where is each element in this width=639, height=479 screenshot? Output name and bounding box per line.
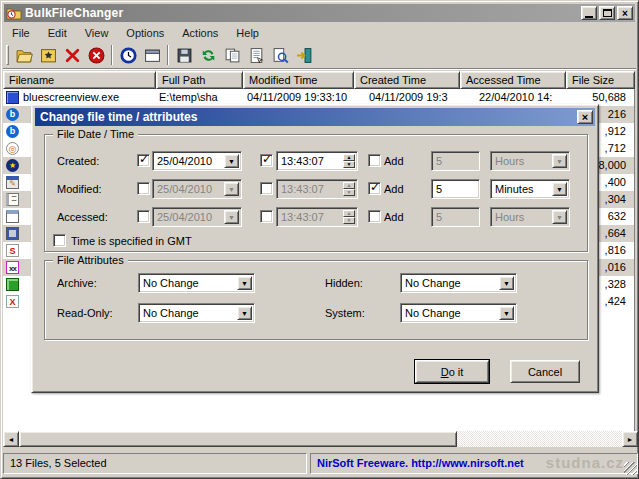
menu-options[interactable]: Options: [117, 25, 173, 41]
file-size-cell: ,016: [605, 261, 626, 273]
column-accessed-time[interactable]: Accessed Time: [460, 71, 566, 89]
created-time-checkbox[interactable]: [260, 154, 273, 167]
exit-button[interactable]: [292, 44, 316, 66]
toolbar: [3, 42, 636, 69]
refresh-button[interactable]: [196, 44, 220, 66]
copy-button[interactable]: [220, 44, 244, 66]
read-only-combo[interactable]: No Change▼: [138, 303, 255, 323]
find-icon: [272, 47, 289, 64]
spin-up-icon[interactable]: ▲: [343, 210, 355, 217]
column-full-path[interactable]: Full Path: [156, 71, 243, 89]
created-date-combo[interactable]: 25/04/2010▼: [152, 151, 242, 171]
modified-date-combo[interactable]: 25/04/2010▼: [152, 179, 242, 199]
accessed-time-cell: 22/04/2010 14:: [479, 91, 567, 103]
accessed-add-checkbox[interactable]: [368, 210, 381, 223]
window-title: BulkFileChanger: [25, 6, 123, 20]
scroll-right-arrow-icon[interactable]: ►: [622, 431, 638, 447]
created-date-checkbox[interactable]: [137, 154, 150, 167]
menu-help[interactable]: Help: [227, 25, 268, 41]
chevron-down-icon[interactable]: ▼: [499, 306, 514, 320]
modified-add-label: Add: [384, 183, 404, 195]
add-files-button[interactable]: [36, 44, 60, 66]
save-button[interactable]: [172, 44, 196, 66]
full-path-cell: E:\temp\sha: [159, 91, 241, 103]
remove-selected-button[interactable]: [60, 44, 84, 66]
column-modified-time[interactable]: Modified Time: [243, 71, 354, 89]
chevron-down-icon[interactable]: ▼: [552, 182, 567, 196]
menu-view[interactable]: View: [76, 25, 118, 41]
chevron-down-icon[interactable]: ▼: [224, 210, 239, 224]
accessed-time-spinner[interactable]: 13:43:07▲▼: [276, 207, 358, 227]
accessed-date-checkbox[interactable]: [137, 210, 150, 223]
modified-date-checkbox[interactable]: [137, 182, 150, 195]
accessed-time-checkbox[interactable]: [260, 210, 273, 223]
system-combo[interactable]: No Change▼: [400, 303, 517, 323]
close-button[interactable]: ×: [617, 6, 633, 20]
cancel-button[interactable]: Cancel: [510, 360, 580, 383]
accessed-add-value-field[interactable]: 5: [431, 207, 480, 227]
created-add-value-field[interactable]: 5: [431, 151, 480, 171]
chevron-down-icon[interactable]: ▼: [224, 154, 239, 168]
menu-edit[interactable]: Edit: [39, 25, 76, 41]
resize-grip[interactable]: [624, 462, 637, 475]
change-time-button[interactable]: [116, 44, 140, 66]
modified-time-spinner[interactable]: 13:43:07▲▼: [276, 179, 358, 199]
dialog-close-icon[interactable]: ×: [577, 110, 593, 124]
created-time-spinner[interactable]: 13:43:07▲▼: [276, 151, 358, 171]
clear-list-button[interactable]: [84, 44, 108, 66]
gmt-checkbox[interactable]: [53, 234, 66, 247]
created-add-unit-combo[interactable]: Hours▼: [490, 151, 570, 171]
menu-actions[interactable]: Actions: [173, 25, 227, 41]
column-created-time[interactable]: Created Time: [354, 71, 460, 89]
modified-add-checkbox[interactable]: [368, 182, 381, 195]
spin-down-icon[interactable]: ▼: [343, 189, 355, 196]
horizontal-scrollbar[interactable]: ◄ ►: [3, 431, 638, 447]
spin-down-icon[interactable]: ▼: [343, 217, 355, 224]
modified-add-unit-combo[interactable]: Minutes▼: [490, 179, 570, 199]
scroll-left-arrow-icon[interactable]: ◄: [3, 431, 19, 447]
hidden-combo[interactable]: No Change▼: [400, 273, 517, 293]
spin-up-icon[interactable]: ▲: [343, 182, 355, 189]
spin-down-icon[interactable]: ▼: [343, 161, 355, 168]
read-only-label: Read-Only:: [57, 307, 113, 319]
modified-add-value-field[interactable]: 5: [431, 179, 480, 199]
chevron-down-icon[interactable]: ▼: [237, 276, 252, 290]
nirsoft-freeware-link[interactable]: NirSoft Freeware. http://www.nirsoft.net: [317, 457, 524, 469]
modified-label: Modified:: [57, 183, 102, 195]
dialog-title-bar: Change file time / attributes: [35, 108, 595, 126]
archive-combo[interactable]: No Change▼: [138, 273, 255, 293]
menu-file[interactable]: File: [3, 25, 39, 41]
item-properties-button[interactable]: [244, 44, 268, 66]
column-filename[interactable]: Filename: [3, 71, 156, 89]
open-folder-button[interactable]: [12, 44, 36, 66]
find-button[interactable]: [268, 44, 292, 66]
modified-time-checkbox[interactable]: [260, 182, 273, 195]
properties-window-button[interactable]: [140, 44, 164, 66]
archive-label: Archive:: [57, 277, 97, 289]
accessed-date-combo[interactable]: 25/04/2010▼: [152, 207, 242, 227]
spin-up-icon[interactable]: ▲: [343, 154, 355, 161]
accessed-add-unit-combo[interactable]: Hours▼: [490, 207, 570, 227]
minimize-button[interactable]: [581, 6, 597, 20]
star-globe-icon: ★: [6, 159, 19, 172]
maximize-button[interactable]: [599, 6, 615, 20]
created-add-checkbox[interactable]: [368, 154, 381, 167]
toolbar-separator: [167, 45, 169, 65]
column-file-size[interactable]: File Size: [566, 71, 635, 89]
file-size-cell: ,328: [605, 278, 626, 290]
title-bar: BulkFileChanger ×: [4, 4, 635, 22]
chevron-down-icon[interactable]: ▼: [224, 182, 239, 196]
file-size-cell: 216: [608, 108, 626, 120]
created-time-cell: 04/11/2009 19:3: [369, 91, 461, 103]
chevron-down-icon[interactable]: ▼: [499, 276, 514, 290]
scrollbar-thumb[interactable]: [19, 431, 457, 447]
do-it-button[interactable]: Do it: [415, 360, 489, 383]
chevron-down-icon[interactable]: ▼: [237, 306, 252, 320]
file-size-cell: ,712: [605, 142, 626, 154]
chevron-down-icon[interactable]: ▼: [552, 210, 567, 224]
file-size-cell: 8,000: [598, 159, 626, 171]
chevron-down-icon[interactable]: ▼: [552, 154, 567, 168]
file-size-cell: ,400: [605, 176, 626, 188]
filename-cell: bluescreenview.exe: [23, 91, 153, 103]
green-chip-icon: [6, 278, 19, 291]
